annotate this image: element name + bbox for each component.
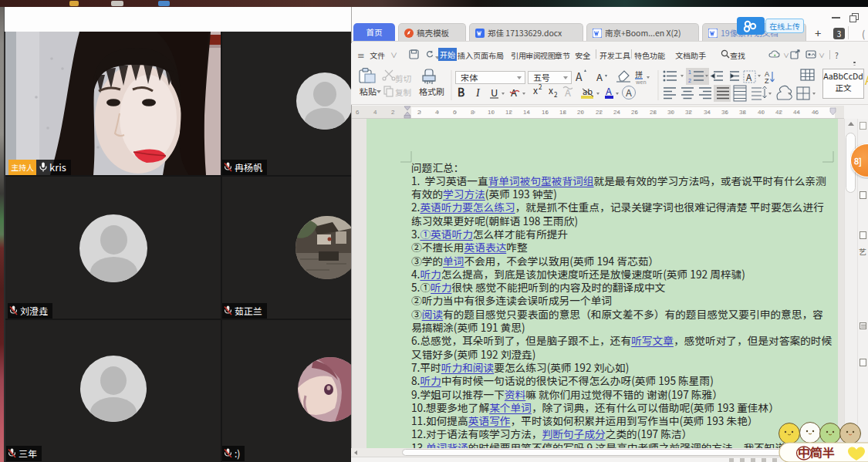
svg-text:wen: wen — [636, 78, 647, 86]
svg-text:中简半: 中简半 — [798, 443, 835, 461]
svg-text:I: I — [475, 87, 481, 99]
svg-text:A: A — [576, 69, 583, 84]
svg-text:A: A — [746, 70, 752, 83]
svg-text:2: 2 — [688, 78, 691, 83]
svg-text:2: 2 — [554, 90, 558, 99]
svg-text:A: A — [865, 70, 868, 89]
svg-text:x: x — [549, 83, 553, 96]
svg-text:Z: Z — [765, 77, 769, 85]
svg-text:x: x — [533, 83, 538, 96]
svg-text:A: A — [596, 69, 603, 84]
svg-text:1: 1 — [688, 69, 691, 75]
svg-text:A: A — [626, 85, 632, 99]
svg-text:U: U — [491, 85, 498, 99]
svg-text:B: B — [458, 84, 464, 99]
